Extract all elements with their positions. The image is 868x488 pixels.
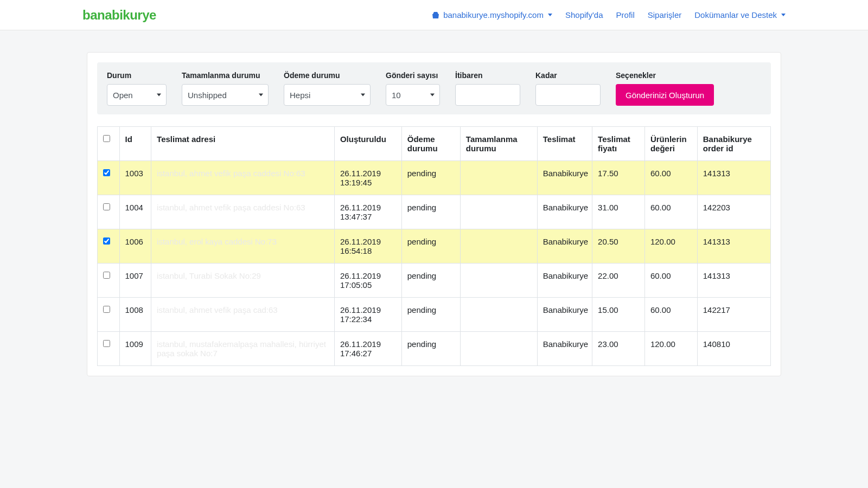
cell-id: 1008 bbox=[119, 298, 151, 332]
filter-status-select[interactable]: Open bbox=[107, 84, 167, 106]
filter-completion-select[interactable]: Unshipped bbox=[182, 84, 269, 106]
filter-from: İtibaren bbox=[455, 71, 520, 106]
table-row: 1004istanbul, ahmet vefik paşa caddesi N… bbox=[98, 195, 771, 229]
table-row: 1006istanbul, erol kaya caddesi No:7326.… bbox=[98, 229, 771, 264]
cell-delivery: Banabikurye bbox=[537, 264, 592, 298]
cell-created: 26.11.2019 17:46:27 bbox=[334, 332, 401, 366]
cell-value: 60.00 bbox=[644, 161, 697, 195]
cell-completion bbox=[460, 264, 537, 298]
cell-address: istanbul, ahmet vefik paşa caddesi No:63 bbox=[151, 195, 335, 229]
top-nav: banabikurye banabikurye.myshopify.com Sh… bbox=[0, 0, 868, 30]
row-checkbox[interactable] bbox=[103, 169, 110, 176]
col-bk-order-id: Banabikurye order id bbox=[697, 127, 770, 161]
row-checkbox[interactable] bbox=[103, 306, 110, 313]
cell-id: 1003 bbox=[119, 161, 151, 195]
nav-profile[interactable]: Profil bbox=[616, 10, 635, 20]
col-completion: Tamamlanma durumu bbox=[460, 127, 537, 161]
cell-address: istanbul, mustafakemalpaşa mahallesi, hü… bbox=[151, 332, 335, 366]
cell-address: istanbul, Turabi Sokak No:29 bbox=[151, 264, 335, 298]
cell-value: 60.00 bbox=[644, 264, 697, 298]
nav-shop-dropdown[interactable]: banabikurye.myshopify.com bbox=[431, 10, 552, 20]
nav-shop-label: banabikurye.myshopify.com bbox=[443, 10, 544, 20]
orders-header-row: Id Teslimat adresi Oluşturuldu Ödeme dur… bbox=[98, 127, 771, 161]
page-card: Durum Open Tamamlanma durumu Unshipped Ö… bbox=[87, 52, 781, 376]
cell-delivery: Banabikurye bbox=[537, 229, 592, 264]
filter-payment-select[interactable]: Hepsi bbox=[284, 84, 371, 106]
cell-completion bbox=[460, 161, 537, 195]
shop-icon bbox=[431, 11, 440, 19]
filter-to-label: Kadar bbox=[535, 71, 601, 80]
cell-value: 60.00 bbox=[644, 195, 697, 229]
filter-payment-label: Ödeme durumu bbox=[284, 71, 371, 80]
orders-table: Id Teslimat adresi Oluşturuldu Ödeme dur… bbox=[97, 126, 771, 366]
cell-price: 22.00 bbox=[592, 264, 645, 298]
row-checkbox[interactable] bbox=[103, 237, 110, 245]
cell-completion bbox=[460, 195, 537, 229]
nav-docs-dropdown[interactable]: Dokümanlar ve Destek bbox=[694, 10, 786, 20]
cell-price: 15.00 bbox=[592, 298, 645, 332]
table-row: 1007istanbul, Turabi Sokak No:2926.11.20… bbox=[98, 264, 771, 298]
table-row: 1009istanbul, mustafakemalpaşa mahallesi… bbox=[98, 332, 771, 366]
filter-completion-label: Tamamlanma durumu bbox=[182, 71, 269, 80]
row-checkbox[interactable] bbox=[103, 272, 110, 279]
cell-payment: pending bbox=[401, 298, 460, 332]
cell-delivery: Banabikurye bbox=[537, 195, 592, 229]
cell-id: 1004 bbox=[119, 195, 151, 229]
cell-address: istanbul, erol kaya caddesi No:73 bbox=[151, 229, 335, 264]
cell-payment: pending bbox=[401, 332, 460, 366]
nav-orders[interactable]: Siparişler bbox=[648, 10, 682, 20]
cell-delivery: Banabikurye bbox=[537, 298, 592, 332]
cell-bk-id: 141313 bbox=[697, 264, 770, 298]
brand-logo: banabikurye bbox=[82, 8, 156, 23]
filter-count-label: Gönderi sayısı bbox=[386, 71, 440, 80]
filter-count-select[interactable]: 10 bbox=[386, 84, 440, 106]
cell-address: istanbul, ahmet vefik paşa caddesi No:63 bbox=[151, 161, 335, 195]
table-row: 1003istanbul, ahmet vefik paşa caddesi N… bbox=[98, 161, 771, 195]
cell-created: 26.11.2019 17:05:05 bbox=[334, 264, 401, 298]
filter-to-input[interactable] bbox=[535, 84, 601, 106]
table-row: 1008istanbul, ahmet vefik paşa cad:6326.… bbox=[98, 298, 771, 332]
col-delivery-price: Teslimat fiyatı bbox=[592, 127, 645, 161]
cell-value: 120.00 bbox=[644, 332, 697, 366]
cell-bk-id: 142217 bbox=[697, 298, 770, 332]
chevron-down-icon bbox=[781, 14, 786, 16]
cell-id: 1007 bbox=[119, 264, 151, 298]
cell-price: 31.00 bbox=[592, 195, 645, 229]
chevron-down-icon bbox=[548, 14, 552, 16]
col-address: Teslimat adresi bbox=[151, 127, 335, 161]
cell-value: 120.00 bbox=[644, 229, 697, 264]
cell-id: 1006 bbox=[119, 229, 151, 264]
cell-address: istanbul, ahmet vefik paşa cad:63 bbox=[151, 298, 335, 332]
filter-from-input[interactable] bbox=[455, 84, 520, 106]
cell-payment: pending bbox=[401, 195, 460, 229]
cell-bk-id: 141313 bbox=[697, 161, 770, 195]
cell-created: 26.11.2019 13:47:37 bbox=[334, 195, 401, 229]
filters-bar: Durum Open Tamamlanma durumu Unshipped Ö… bbox=[97, 62, 771, 114]
row-checkbox[interactable] bbox=[103, 203, 110, 210]
cell-value: 60.00 bbox=[644, 298, 697, 332]
cell-bk-id: 141313 bbox=[697, 229, 770, 264]
cell-bk-id: 142203 bbox=[697, 195, 770, 229]
col-id: Id bbox=[119, 127, 151, 161]
cell-delivery: Banabikurye bbox=[537, 332, 592, 366]
cell-completion bbox=[460, 332, 537, 366]
create-shipment-button[interactable]: Gönderinizi Oluşturun bbox=[616, 84, 714, 106]
nav-links: banabikurye.myshopify.com Shopify'da Pro… bbox=[431, 10, 786, 20]
nav-docs-label: Dokümanlar ve Destek bbox=[694, 10, 777, 20]
nav-shopify[interactable]: Shopify'da bbox=[565, 10, 603, 20]
col-payment: Ödeme durumu bbox=[401, 127, 460, 161]
row-checkbox[interactable] bbox=[103, 340, 110, 347]
cell-price: 20.50 bbox=[592, 229, 645, 264]
filter-payment: Ödeme durumu Hepsi bbox=[284, 71, 371, 106]
filter-from-label: İtibaren bbox=[455, 71, 520, 80]
filter-completion: Tamamlanma durumu Unshipped bbox=[182, 71, 269, 106]
select-all-checkbox[interactable] bbox=[103, 135, 110, 142]
col-delivery: Teslimat bbox=[537, 127, 592, 161]
col-product-value: Ürünlerin değeri bbox=[644, 127, 697, 161]
cell-payment: pending bbox=[401, 229, 460, 264]
filter-options: Seçenekler Gönderinizi Oluşturun bbox=[616, 71, 714, 106]
cell-id: 1009 bbox=[119, 332, 151, 366]
filter-options-label: Seçenekler bbox=[616, 71, 714, 80]
cell-payment: pending bbox=[401, 264, 460, 298]
filter-status: Durum Open bbox=[107, 71, 167, 106]
